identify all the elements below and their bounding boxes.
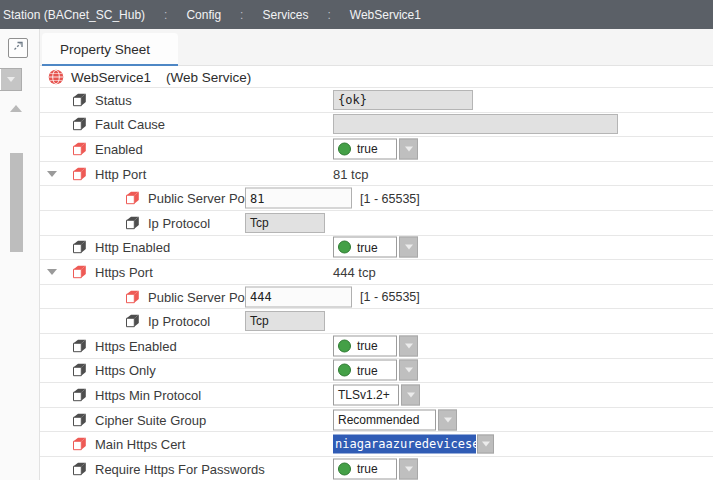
red-cube-icon <box>72 437 87 452</box>
dropdown-field[interactable]: TLSv1.2+ <box>333 384 399 405</box>
dropdown-field[interactable]: true <box>333 138 397 159</box>
dropdown-value: true <box>357 462 378 476</box>
property-value: [1 - 65535] <box>245 188 420 209</box>
chevron-down-icon <box>1 69 21 90</box>
dropdown-field[interactable]: true <box>333 360 397 381</box>
open-in-new-button[interactable] <box>8 38 28 58</box>
scrollbar-thumb[interactable] <box>10 153 23 252</box>
property-value: true <box>333 335 418 356</box>
left-sidebar <box>0 29 40 480</box>
chevron-down-icon[interactable] <box>399 138 418 159</box>
property-value: {ok} <box>333 90 473 110</box>
property-sheet-content: WebService1 (Web Service) Status{ok} Fau… <box>40 66 713 480</box>
property-label: Https Only <box>95 363 156 378</box>
gray-cube-icon <box>125 314 140 329</box>
property-value: true <box>333 138 418 159</box>
gray-cube-icon <box>72 412 87 427</box>
readonly-value-field: {ok} <box>333 90 473 110</box>
property-value: niagaraazuredeviceser <box>333 435 494 454</box>
gray-cube-icon <box>72 363 87 378</box>
property-value: Recommended <box>333 409 457 430</box>
readonly-value-field: Tcp <box>245 213 325 233</box>
summary-value-text: 81 tcp <box>333 166 368 181</box>
breadcrumb-item-station[interactable]: Station (BACnet_SC_Hub) <box>3 8 145 22</box>
property-row-fault-cause: Fault Cause <box>40 113 713 138</box>
component-type: (Web Service) <box>166 69 251 84</box>
value-range-hint: [1 - 65535] <box>360 191 420 205</box>
gray-cube-icon <box>72 461 87 476</box>
breadcrumb-item-config[interactable]: Config <box>186 8 221 22</box>
workbench-screen: Station (BACnet_SC_Hub) : Config : Servi… <box>0 0 713 480</box>
chevron-down-icon[interactable] <box>401 384 420 405</box>
readonly-value-field <box>333 114 618 134</box>
dropdown-value: TLSv1.2+ <box>338 388 390 402</box>
dropdown-value: true <box>357 339 378 353</box>
property-row-https-min-protocol: Https Min ProtocolTLSv1.2+ <box>40 383 713 408</box>
breadcrumb-separator: : <box>164 8 167 22</box>
value-input[interactable] <box>245 286 352 307</box>
property-value: true <box>333 360 418 381</box>
chevron-down-icon[interactable] <box>438 409 457 430</box>
expander-collapse-icon[interactable] <box>47 171 57 177</box>
expander-collapse-icon[interactable] <box>47 269 57 275</box>
dropdown-field[interactable]: true <box>333 237 397 258</box>
property-row-https-enabled: Https Enabledtrue <box>40 334 713 359</box>
tab-property-sheet[interactable]: Property Sheet <box>42 33 178 66</box>
scroll-up-icon[interactable] <box>10 105 22 112</box>
property-row-https-port: Https Port444 tcp <box>40 260 713 285</box>
property-value: true <box>333 237 418 258</box>
red-cube-icon <box>125 289 140 304</box>
property-row-public-server-port: Public Server Port[1 - 65535] <box>40 285 713 310</box>
chevron-down-icon[interactable] <box>399 335 418 356</box>
property-rows: Status{ok} Fault Cause Enabledtrue Http … <box>40 88 713 480</box>
property-row-http-enabled: Http Enabledtrue <box>40 236 713 261</box>
gray-cube-icon <box>72 240 87 255</box>
green-status-icon <box>338 241 351 254</box>
sidebar-dropdown[interactable] <box>0 68 22 91</box>
component-header-row[interactable]: WebService1 (Web Service) <box>40 66 713 88</box>
chevron-down-icon[interactable] <box>399 237 418 258</box>
property-row-require-https-for-passwords: Require Https For Passwordstrue <box>40 457 713 480</box>
dropdown-field[interactable]: Recommended <box>333 409 436 430</box>
property-label: Main Https Cert <box>95 437 185 452</box>
web-service-globe-icon <box>48 69 64 85</box>
property-row-https-only: Https Onlytrue <box>40 359 713 384</box>
tab-label: Property Sheet <box>60 42 150 57</box>
chevron-down-icon[interactable] <box>477 435 494 454</box>
property-label: Status <box>95 92 132 107</box>
readonly-value-field: Tcp <box>245 311 325 331</box>
property-value <box>333 114 618 134</box>
property-label: Ip Protocol <box>148 215 210 230</box>
tab-bar: Property Sheet <box>40 29 713 66</box>
green-status-icon <box>338 339 351 352</box>
property-row-public-server-port: Public Server Port[1 - 65535] <box>40 186 713 211</box>
summary-value-text: 444 tcp <box>333 264 376 279</box>
property-label: Https Min Protocol <box>95 387 201 402</box>
breadcrumb-separator: : <box>240 8 243 22</box>
breadcrumb-item-services[interactable]: Services <box>262 8 308 22</box>
value-input[interactable] <box>245 188 352 209</box>
property-row-ip-protocol: Ip ProtocolTcp <box>40 211 713 236</box>
dropdown-field[interactable]: true <box>333 335 397 356</box>
dropdown-value: Recommended <box>338 413 419 427</box>
gray-cube-icon <box>72 92 87 107</box>
gray-cube-icon <box>125 215 140 230</box>
dropdown-value: true <box>357 142 378 156</box>
component-title: WebService1 <box>71 69 151 84</box>
property-label: Fault Cause <box>95 117 165 132</box>
cert-combo-input-selected[interactable]: niagaraazuredeviceser <box>333 435 476 454</box>
property-value: Tcp <box>245 311 325 331</box>
chevron-down-icon[interactable] <box>399 458 418 479</box>
property-label: Public Server Port <box>148 191 253 206</box>
property-value: 444 tcp <box>333 264 376 279</box>
property-value: 81 tcp <box>333 166 368 181</box>
property-value: true <box>333 458 418 479</box>
chevron-down-icon[interactable] <box>399 360 418 381</box>
gray-cube-icon <box>72 338 87 353</box>
property-value: TLSv1.2+ <box>333 384 420 405</box>
breadcrumb-item-webservice1[interactable]: WebService1 <box>350 8 421 22</box>
property-row-enabled: Enabledtrue <box>40 137 713 162</box>
property-label: Require Https For Passwords <box>95 461 265 476</box>
dropdown-field[interactable]: true <box>333 458 397 479</box>
breadcrumb-separator: : <box>327 8 330 22</box>
